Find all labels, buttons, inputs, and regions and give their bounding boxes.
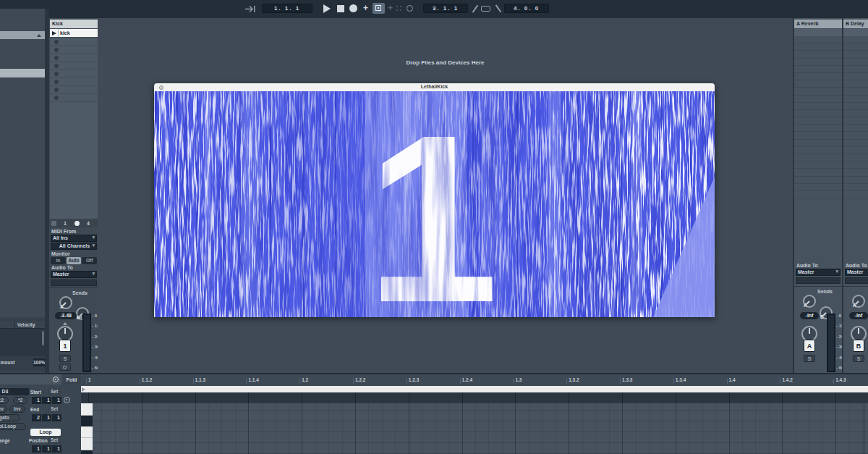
return-slot-row[interactable] — [794, 43, 842, 51]
return-slot-row[interactable] — [794, 169, 842, 176]
monitor-auto-button[interactable]: Auto — [67, 257, 82, 264]
clip-stop-slot[interactable] — [50, 86, 98, 94]
return-slot-row[interactable] — [843, 147, 868, 154]
pitch-display[interactable]: D3 — [0, 388, 29, 395]
end-set-button[interactable]: Set — [48, 405, 61, 413]
volume-display[interactable]: -Inf — [800, 312, 819, 319]
end-bar-value[interactable]: 2 — [32, 414, 41, 421]
re-enable-automation-button[interactable]: + — [388, 4, 393, 12]
return-slot-row[interactable] — [843, 132, 868, 139]
piano-key-black[interactable] — [81, 416, 93, 426]
return-slot-row[interactable] — [843, 73, 868, 80]
double-tempo-button[interactable]: *2 — [13, 397, 27, 404]
return-slot-row[interactable] — [794, 125, 842, 132]
return-slot-row[interactable] — [843, 140, 868, 147]
beat-ruler[interactable]: 11.1.21.1.31.1.41.21.2.21.2.31.2.41.31.3… — [81, 374, 868, 386]
play-button[interactable] — [323, 4, 331, 13]
session-record-dots-icon[interactable] — [396, 6, 402, 12]
scrub-area[interactable] — [81, 392, 868, 403]
clip-stop-slot[interactable] — [50, 62, 98, 70]
return-slot-row[interactable] — [794, 36, 842, 43]
track-activator-button[interactable]: A — [804, 340, 815, 352]
return-slot-row[interactable] — [843, 169, 868, 176]
reverse-button[interactable]: Rev — [0, 405, 7, 413]
track-activator-button[interactable]: B — [853, 340, 864, 352]
groove-pool-list[interactable] — [0, 329, 45, 356]
return-slot-row[interactable] — [794, 51, 842, 58]
clip-play-icon[interactable] — [50, 29, 59, 37]
return-slot-row[interactable] — [794, 66, 842, 73]
solo-button[interactable]: S — [59, 355, 71, 362]
return-slot-row[interactable] — [843, 43, 868, 51]
return-slot-row[interactable] — [794, 132, 842, 139]
volume-display[interactable]: -3.48 — [55, 312, 77, 319]
clip-stop-slot[interactable] — [50, 38, 98, 46]
midi-note-grid[interactable] — [93, 403, 868, 454]
output-sub-routing-field[interactable] — [51, 279, 97, 286]
return-slot-row[interactable] — [794, 80, 842, 88]
return-slot-row[interactable] — [843, 177, 868, 184]
stop-button[interactable] — [337, 5, 344, 12]
return-slot-row[interactable] — [843, 184, 868, 191]
return-slot-row[interactable] — [843, 103, 868, 110]
return-slot-row[interactable] — [794, 154, 842, 161]
return-slot-row[interactable] — [794, 117, 842, 125]
half-tempo-button[interactable]: :2 — [0, 397, 9, 404]
return-slot-row[interactable] — [794, 191, 842, 198]
position-beat-value[interactable]: 1 — [42, 445, 51, 453]
loop-brace[interactable] — [81, 386, 868, 392]
loop-toggle-button[interactable]: Loop — [30, 429, 61, 436]
loop-length-display[interactable]: 4. 0. 0 — [504, 4, 549, 13]
return-slot-row[interactable] — [843, 51, 868, 58]
automation-arm-button[interactable] — [373, 3, 385, 14]
kick-empty-slots[interactable] — [50, 102, 98, 219]
loop-switch-icon[interactable] — [481, 6, 490, 12]
start-set-button[interactable]: Set — [48, 388, 61, 395]
global-amount-value[interactable]: 100% — [33, 358, 45, 366]
send-a-knob[interactable]: A — [803, 295, 816, 308]
plugin-titlebar[interactable]: Lethal/Kick — [154, 83, 715, 91]
clip-stop-slot[interactable] — [50, 94, 98, 102]
return-slot-row[interactable] — [843, 88, 868, 95]
preview-headphone-icon[interactable] — [64, 397, 70, 403]
notes-box-header[interactable]: Notes — [0, 374, 61, 384]
track-activator-button[interactable]: 1 — [59, 340, 71, 352]
return-slot-row[interactable] — [843, 161, 868, 169]
return-slot-row[interactable] — [843, 125, 868, 132]
send-a-knob[interactable]: A — [59, 296, 72, 309]
solo-button[interactable]: S — [853, 355, 864, 362]
send-a-knob[interactable]: A — [852, 295, 865, 308]
arrangement-position-display[interactable]: 1. 1. 1 — [262, 4, 312, 13]
return-b-top-slot[interactable] — [843, 29, 868, 36]
punch-out-icon[interactable] — [495, 5, 502, 12]
return-a-top-slot[interactable] — [794, 29, 842, 36]
clip-stop-slot[interactable] — [50, 77, 98, 85]
midi-from-select[interactable]: All Ins ▾ — [51, 235, 97, 242]
track-title-return-b[interactable]: B Delay — [843, 20, 868, 28]
plugin-window-lethal[interactable]: Lethal/Kick — [154, 83, 715, 317]
return-slot-row[interactable] — [843, 154, 868, 161]
return-slot-row[interactable] — [794, 140, 842, 147]
invert-button[interactable]: Inv — [9, 405, 25, 413]
solo-button[interactable]: S — [804, 355, 815, 362]
arm-record-button[interactable] — [59, 363, 71, 371]
hotswap-icon[interactable] — [53, 377, 59, 382]
return-slot-row[interactable] — [843, 66, 868, 73]
return-slot-row[interactable] — [794, 147, 842, 154]
return-slot-row[interactable] — [794, 184, 842, 191]
scene-dot-icon[interactable] — [75, 221, 80, 226]
start-sixteenth-value[interactable]: 1 — [52, 397, 61, 404]
position-sixteenth-value[interactable]: 1 — [52, 445, 61, 453]
monitor-in-button[interactable]: In — [51, 257, 66, 264]
return-slot-row[interactable] — [843, 96, 868, 103]
return-slot-row[interactable] — [794, 161, 842, 169]
return-slot-row[interactable] — [794, 110, 842, 117]
midi-channel-select[interactable]: All Channels ▾ — [51, 243, 97, 250]
return-slot-row[interactable] — [843, 191, 868, 198]
return-slot-row[interactable] — [794, 73, 842, 80]
return-b-audio-to-select[interactable]: Master — [845, 269, 868, 276]
start-beat-value[interactable]: 1 — [42, 397, 51, 404]
clip-stop-slot[interactable] — [50, 46, 98, 54]
piano-key-white[interactable] — [81, 403, 93, 416]
clip-slot-kick[interactable]: kick — [50, 29, 98, 37]
